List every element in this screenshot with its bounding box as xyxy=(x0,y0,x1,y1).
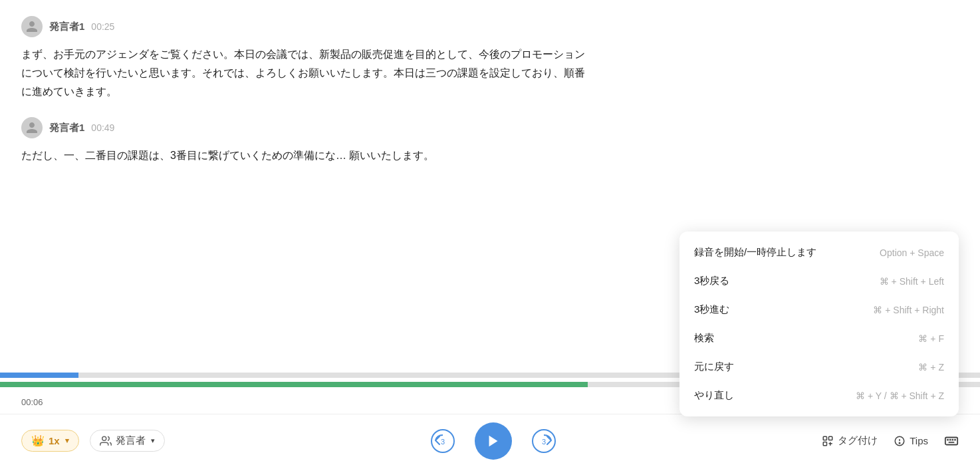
tag-icon xyxy=(822,435,834,447)
person-icon-1 xyxy=(25,20,39,33)
speaker-header-1: 発言者1 00:25 xyxy=(21,16,959,37)
timestamp-1: 00:25 xyxy=(91,21,114,32)
menu-item-5[interactable]: やり直し⌘ + Y / ⌘ + Shift + Z xyxy=(679,381,959,410)
play-button[interactable] xyxy=(475,422,512,460)
menu-item-label-4: 元に戻す xyxy=(694,361,734,373)
keyboard-icon xyxy=(944,434,959,448)
svg-marker-3 xyxy=(489,435,498,446)
bottom-controls: 👑 1x ▾ 発言者 ▾ 3 xyxy=(0,414,980,467)
menu-item-shortcut-0: Option + Space xyxy=(880,247,944,258)
svg-rect-7 xyxy=(829,436,832,440)
svg-rect-6 xyxy=(823,436,826,440)
menu-item-shortcut-2: ⌘ + Shift + Right xyxy=(873,305,944,315)
speed-label: 1x xyxy=(49,435,60,446)
main-content: 発言者1 00:25 まず、お手元のアジェンダをご覧ください。本日の会議では、新… xyxy=(0,0,980,165)
playback-controls: 3 3 xyxy=(176,422,812,460)
rewind-button[interactable]: 3 xyxy=(427,425,459,457)
waveform-progress xyxy=(0,373,78,378)
transcript-text-2: ただし、一、二番目の課題は、3番目に繋げていくための準備にな… 願いいたします。 xyxy=(21,146,593,165)
svg-text:3: 3 xyxy=(542,438,546,446)
menu-item-1[interactable]: 3秒戻る⌘ + Shift + Left xyxy=(679,267,959,295)
svg-text:3: 3 xyxy=(441,438,445,446)
tips-button[interactable]: Tips xyxy=(894,435,928,447)
svg-point-11 xyxy=(899,442,900,444)
menu-item-shortcut-3: ⌘ + F xyxy=(918,333,944,344)
menu-item-0[interactable]: 録音を開始/一時停止しますOption + Space xyxy=(679,238,959,267)
menu-item-shortcut-5: ⌘ + Y / ⌘ + Shift + Z xyxy=(856,390,944,401)
tag-button[interactable]: タグ付け xyxy=(822,434,878,447)
svg-rect-8 xyxy=(823,442,826,445)
menu-item-label-3: 検索 xyxy=(694,332,714,345)
timestamp-2: 00:49 xyxy=(91,122,114,133)
shortcut-button[interactable] xyxy=(944,434,959,448)
forward-icon: 3 xyxy=(531,428,556,454)
crown-icon: 👑 xyxy=(31,434,45,447)
speaker-icon xyxy=(100,435,112,447)
avatar-2 xyxy=(21,117,43,138)
play-icon xyxy=(486,434,501,448)
controls-right: タグ付け Tips xyxy=(822,434,959,448)
menu-item-3[interactable]: 検索⌘ + F xyxy=(679,324,959,353)
menu-item-shortcut-1: ⌘ + Shift + Left xyxy=(880,276,944,287)
context-menu: 録音を開始/一時停止しますOption + Space3秒戻る⌘ + Shift… xyxy=(679,232,959,416)
menu-item-label-2: 3秒進む xyxy=(694,303,729,316)
rewind-icon: 3 xyxy=(430,428,455,454)
speaker-name-1: 発言者1 xyxy=(49,21,84,33)
svg-point-0 xyxy=(102,436,106,440)
person-icon-2 xyxy=(25,121,39,134)
forward-button[interactable]: 3 xyxy=(528,425,560,457)
tag-label: タグ付け xyxy=(838,434,878,447)
tips-label: Tips xyxy=(910,435,928,446)
chevron-down-icon-2: ▾ xyxy=(151,436,155,445)
chevron-down-icon: ▾ xyxy=(65,436,69,445)
transcript-text-1: まず、お手元のアジェンダをご覧ください。本日の会議では、新製品の販売促進を目的と… xyxy=(21,45,593,101)
avatar-1 xyxy=(21,16,43,37)
svg-rect-12 xyxy=(945,437,957,444)
speaker-button[interactable]: 発言者 ▾ xyxy=(90,430,165,452)
speaker-label: 発言者 xyxy=(116,434,146,447)
time-label: 00:06 xyxy=(21,397,43,407)
menu-item-2[interactable]: 3秒進む⌘ + Shift + Right xyxy=(679,295,959,324)
menu-item-label-5: やり直し xyxy=(694,389,734,402)
menu-item-label-0: 録音を開始/一時停止します xyxy=(694,246,816,259)
menu-item-label-1: 3秒戻る xyxy=(694,275,729,287)
menu-item-shortcut-4: ⌘ + Z xyxy=(918,362,944,373)
playback-progress xyxy=(0,382,588,387)
menu-item-4[interactable]: 元に戻す⌘ + Z xyxy=(679,353,959,381)
tips-icon xyxy=(894,435,906,447)
speaker-name-2: 発言者1 xyxy=(49,122,84,134)
speed-button[interactable]: 👑 1x ▾ xyxy=(21,430,79,452)
speaker-header-2: 発言者1 00:49 xyxy=(21,117,959,138)
